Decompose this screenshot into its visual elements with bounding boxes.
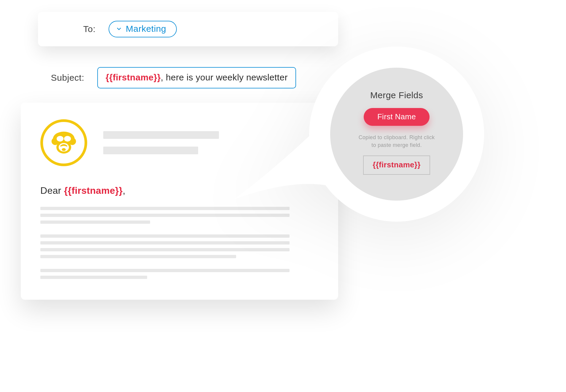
svg-point-4 (57, 136, 63, 142)
greeting-suffix: , (123, 185, 125, 196)
placeholder-line (103, 131, 219, 139)
placeholder-line (40, 220, 150, 224)
chevron-down-icon (116, 26, 122, 31)
greeting-merge-token: {{firstname}} (64, 185, 123, 196)
header-placeholder-lines (103, 131, 219, 154)
to-label: To: (49, 24, 109, 34)
to-recipient-label: Marketing (126, 24, 166, 34)
svg-point-5 (64, 136, 71, 142)
placeholder-line (103, 147, 198, 154)
clipboard-hint: Copied to clipboard. Right click to past… (359, 134, 435, 149)
greeting-prefix: Dear (40, 185, 64, 196)
placeholder-line (40, 276, 147, 279)
first-name-button[interactable]: First Name (364, 108, 430, 126)
subject-label: Subject: (38, 73, 97, 83)
to-recipient-chip[interactable]: Marketing (109, 21, 177, 37)
subject-merge-token: {{firstname}} (106, 72, 161, 82)
merge-fields-callout: Merge Fields First Name Copied to clipbo… (235, 45, 484, 273)
to-row: To: Marketing (38, 12, 338, 46)
placeholder-line (40, 255, 236, 258)
svg-point-7 (62, 148, 66, 151)
merge-fields-title: Merge Fields (370, 90, 423, 100)
merge-field-code[interactable]: {{firstname}} (363, 155, 430, 175)
monkey-logo-icon (40, 119, 87, 166)
